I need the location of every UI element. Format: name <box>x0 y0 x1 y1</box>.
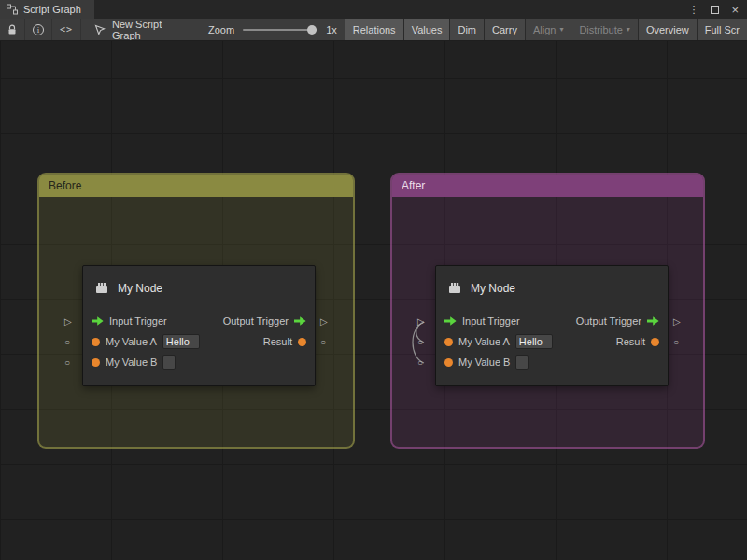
tab-title: Script Graph <box>23 4 81 15</box>
value-b-label: My Value B <box>458 357 510 368</box>
output-trigger-icon[interactable] <box>647 316 659 326</box>
maximize-icon[interactable] <box>711 6 719 14</box>
value-a-label: My Value A <box>458 336 510 347</box>
lock-icon <box>7 24 17 35</box>
chevron-down-icon: ▾ <box>559 25 563 34</box>
group-after-header[interactable]: After <box>392 175 703 197</box>
value-a-field[interactable] <box>515 334 553 349</box>
node-title: My Node <box>118 282 162 295</box>
carry-button[interactable]: Carry <box>484 19 525 40</box>
lock-button[interactable] <box>0 19 25 40</box>
dim-label: Dim <box>458 24 476 35</box>
outer-value-b-port[interactable]: ○ <box>64 358 70 368</box>
inspector-button[interactable]: i <box>25 19 52 40</box>
carry-label: Carry <box>492 24 517 35</box>
group-after[interactable]: After ▷ ○ ○ ▷ ○ My Node <box>390 173 705 449</box>
zoom-slider-thumb[interactable] <box>307 25 317 35</box>
fullscreen-label: Full Scr <box>705 24 740 35</box>
outer-input-trigger-port[interactable]: ▷ <box>417 317 425 327</box>
overview-button[interactable]: Overview <box>638 19 697 40</box>
output-trigger-label: Output Trigger <box>223 315 289 327</box>
group-before-header[interactable]: Before <box>39 175 353 197</box>
node-icon <box>94 281 109 296</box>
port-row-triggers: Input Trigger Output Trigger <box>83 311 315 331</box>
outer-result-port[interactable]: ○ <box>673 338 679 347</box>
zoom-slider[interactable] <box>243 29 317 31</box>
value-b-port-icon[interactable] <box>92 358 100 367</box>
input-trigger-icon[interactable] <box>444 316 457 326</box>
value-b-field[interactable] <box>162 355 176 370</box>
distribute-dropdown[interactable]: Distribute ▾ <box>571 19 637 40</box>
zoom-control: Zoom 1x <box>191 19 345 40</box>
values-button[interactable]: Values <box>403 19 450 40</box>
graph-breadcrumb[interactable]: New Script Graph <box>81 19 191 40</box>
script-graph-icon <box>7 4 18 15</box>
outer-output-trigger-port[interactable]: ▷ <box>673 317 681 327</box>
result-port-icon[interactable] <box>298 338 306 346</box>
outer-value-a-port[interactable]: ○ <box>417 338 423 347</box>
titlebar: Script Graph ⋮ × <box>0 0 747 19</box>
value-b-field[interactable] <box>515 355 529 370</box>
value-a-port-icon[interactable] <box>444 338 453 346</box>
port-row-value-b: My Value B <box>436 352 668 372</box>
input-trigger-label: Input Trigger <box>109 315 167 327</box>
outer-value-a-port[interactable]: ○ <box>64 338 70 347</box>
port-row-value-b: My Value B <box>83 352 315 372</box>
zoom-label: Zoom <box>208 24 234 35</box>
node-header: My Node <box>436 266 668 311</box>
port-row-value-a: My Value A Result <box>436 331 668 352</box>
window-controls: ⋮ × <box>688 0 747 19</box>
zoom-value: 1x <box>326 24 337 35</box>
node-title: My Node <box>471 282 515 295</box>
value-a-field[interactable] <box>162 334 200 349</box>
output-trigger-icon[interactable] <box>294 316 306 326</box>
menu-icon[interactable]: ⋮ <box>688 4 698 16</box>
value-b-port-icon[interactable] <box>444 358 453 367</box>
overview-label: Overview <box>646 24 689 35</box>
result-port-icon[interactable] <box>651 338 659 346</box>
relations-button[interactable]: Relations <box>345 19 403 40</box>
code-view-button[interactable]: <> <box>52 19 81 40</box>
node-icon <box>447 281 462 296</box>
distribute-label: Distribute <box>579 24 622 35</box>
output-trigger-label: Output Trigger <box>576 315 641 327</box>
group-before[interactable]: Before ▷ ○ ○ ▷ ○ My Node <box>37 173 355 449</box>
tab-script-graph[interactable]: Script Graph <box>0 0 94 19</box>
input-trigger-icon[interactable] <box>92 316 104 326</box>
node-header: My Node <box>83 266 315 311</box>
chevron-down-icon: ▾ <box>627 25 630 34</box>
values-label: Values <box>412 24 443 35</box>
outer-result-port[interactable]: ○ <box>320 338 326 347</box>
value-b-label: My Value B <box>106 357 157 368</box>
align-label: Align <box>533 24 556 35</box>
port-row-triggers: Input Trigger Output Trigger <box>436 311 668 331</box>
value-a-port-icon[interactable] <box>92 338 100 346</box>
graph-name: New Script Graph <box>112 19 180 41</box>
port-row-value-a: My Value A Result <box>83 331 315 352</box>
outer-input-trigger-port[interactable]: ▷ <box>64 317 72 327</box>
result-label: Result <box>263 336 292 347</box>
dim-button[interactable]: Dim <box>449 19 484 40</box>
node-my-node[interactable]: My Node Input Trigger Output Trigger My … <box>82 265 316 386</box>
graph-canvas[interactable]: Before ▷ ○ ○ ▷ ○ My Node <box>0 41 747 560</box>
info-icon: i <box>33 24 44 35</box>
toolbar: i <> New Script Graph Zoom 1x Relations … <box>0 19 747 41</box>
input-trigger-label: Input Trigger <box>462 315 520 327</box>
close-icon[interactable]: × <box>731 3 739 17</box>
graph-pointer-icon <box>94 24 106 35</box>
relations-label: Relations <box>353 24 396 35</box>
result-label: Result <box>616 336 645 347</box>
outer-output-trigger-port[interactable]: ▷ <box>320 317 328 327</box>
code-icon: <> <box>60 24 73 35</box>
value-a-label: My Value A <box>106 336 157 347</box>
toolbar-buttons: Relations Values Dim Carry Align ▾ Distr… <box>345 19 747 40</box>
align-dropdown[interactable]: Align ▾ <box>525 19 571 40</box>
node-my-node[interactable]: My Node Input Trigger Output Trigger My … <box>435 265 669 386</box>
outer-value-b-port[interactable]: ○ <box>417 358 423 368</box>
fullscreen-button[interactable]: Full Scr <box>697 19 747 40</box>
